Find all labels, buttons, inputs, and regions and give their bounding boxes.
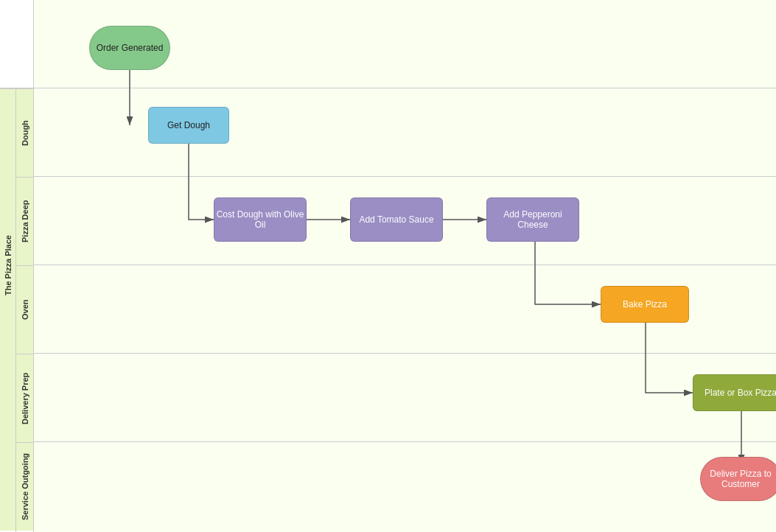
- node-add-pepperoni[interactable]: Add Pepperoni Cheese: [486, 197, 579, 242]
- lane-label-oven: Oven: [16, 265, 33, 354]
- lane-dough-bg: [34, 88, 776, 177]
- lane-delivery-prep-bg: [34, 354, 776, 442]
- group-label: The Pizza Place: [0, 88, 15, 442]
- node-add-tomato[interactable]: Add Tomato Sauce: [350, 197, 443, 242]
- lane-label-dough: Dough: [16, 88, 33, 177]
- node-cost-dough[interactable]: Cost Dough with Olive Oil: [214, 197, 307, 242]
- node-plate-box[interactable]: Plate or Box Pizza: [693, 374, 776, 411]
- lane-label-pizza-deep: Pizza Deep: [16, 177, 33, 265]
- diagram-container: The Pizza Place Dough Pizza Deep Oven De…: [0, 0, 776, 532]
- lane-service-incoming-header: [34, 0, 776, 88]
- canvas-area: Order Generated Get Dough Cost Dough wit…: [34, 0, 776, 532]
- node-deliver[interactable]: Deliver Pizza to Customer: [700, 457, 776, 501]
- lane-service-outgoing-bg: [34, 442, 776, 532]
- group-label-bottom: [0, 442, 15, 531]
- node-bake-pizza[interactable]: Bake Pizza: [601, 286, 689, 323]
- lane-label-service-incoming-outer: [0, 0, 34, 88]
- lane-label-service-outgoing: Service Outgoing: [16, 442, 33, 531]
- node-get-dough[interactable]: Get Dough: [148, 107, 229, 144]
- lane-label-delivery-prep: Delivery Prep: [16, 354, 33, 442]
